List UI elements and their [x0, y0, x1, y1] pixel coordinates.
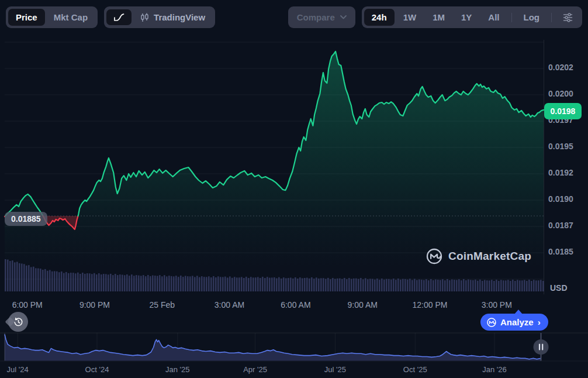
- x-axis-label: 6:00 PM: [12, 300, 43, 310]
- price-area-fill: [5, 51, 544, 268]
- compare-button[interactable]: Compare: [288, 6, 355, 28]
- x-axis-label: 9:00 PM: [79, 300, 110, 310]
- tab-mkt-cap[interactable]: Mkt Cap: [46, 9, 95, 26]
- mini-x-axis-label: Apr '25: [243, 365, 267, 374]
- mini-x-axis-label: Jan '25: [165, 365, 190, 374]
- x-axis-label: 6:00 AM: [281, 300, 310, 310]
- mini-chart[interactable]: [0, 333, 588, 361]
- x-axis-label: 3:00 PM: [482, 300, 512, 310]
- tradingview-view-button[interactable]: TradingView: [133, 9, 213, 26]
- y-axis-label: 0.0190: [548, 194, 584, 206]
- y-axis-label: 0.0192: [548, 168, 584, 180]
- range-1y[interactable]: 1Y: [454, 9, 479, 26]
- x-axis-label: 9:00 AM: [348, 300, 378, 310]
- line-chart-view-button[interactable]: [106, 9, 132, 25]
- currency-unit-label: USD: [550, 283, 568, 293]
- mini-range-handle[interactable]: [534, 333, 549, 361]
- watermark-brand-label: CoinMarketCap: [448, 250, 531, 263]
- price-chart-panel: Price Mkt Cap TradingView: [0, 0, 588, 378]
- mini-x-axis-label: Jul '25: [324, 365, 346, 374]
- y-axis-label: 0.0195: [548, 142, 584, 153]
- last-price-badge: 0.0198: [544, 103, 582, 119]
- log-scale-button[interactable]: Log: [516, 9, 548, 26]
- toolbar-right: Compare 24h 1W 1M 1Y All Log: [288, 6, 582, 28]
- chart-type-toggle: Price Mkt Cap: [6, 6, 98, 28]
- y-axis-label: 0.0185: [548, 247, 584, 259]
- divider: [511, 13, 512, 22]
- divider: [551, 13, 552, 22]
- y-axis-label: 0.0200: [548, 89, 584, 101]
- sliders-icon: [563, 13, 573, 22]
- analyze-logo-icon: [486, 317, 497, 328]
- x-axis-label: 12:00 PM: [412, 300, 447, 310]
- y-axis-label: 0.0187: [548, 221, 584, 232]
- history-clock-icon: [13, 317, 24, 328]
- tab-price[interactable]: Price: [8, 9, 45, 26]
- mini-area-fill: [5, 334, 541, 360]
- line-chart-icon: [113, 13, 124, 22]
- price-down-fill: [43, 216, 78, 229]
- toolbar-left: Price Mkt Cap TradingView: [6, 6, 215, 28]
- mini-x-axis-label: Jan '26: [482, 365, 507, 374]
- analyze-label: Analyze: [500, 317, 534, 327]
- range-toggle: 24h 1W 1M 1Y All Log: [362, 6, 582, 28]
- range-1m[interactable]: 1M: [425, 9, 452, 26]
- range-1w[interactable]: 1W: [396, 9, 424, 26]
- range-24h[interactable]: 24h: [364, 9, 395, 26]
- tooltip-pointer: [514, 310, 523, 314]
- mini-x-axis-label: Jul '24: [7, 365, 29, 374]
- chevron-down-icon: [340, 15, 347, 19]
- chart-toolbar: Price Mkt Cap TradingView: [6, 6, 582, 28]
- coinmarketcap-logo-icon: [426, 248, 443, 265]
- y-axis-label: 0.0202: [548, 63, 584, 74]
- compare-label: Compare: [297, 12, 335, 22]
- chevron-right-icon: ›: [538, 317, 541, 327]
- price-line-up: [78, 51, 544, 216]
- x-axis-label: 3:00 AM: [215, 300, 244, 310]
- chart-settings-button[interactable]: [556, 9, 580, 26]
- mini-x-axis-label: Oct '24: [85, 365, 109, 374]
- x-axis-label: 25 Feb: [149, 300, 175, 310]
- coinmarketcap-watermark: CoinMarketCap: [426, 248, 531, 265]
- range-all[interactable]: All: [480, 9, 507, 26]
- tradingview-label: TradingView: [154, 12, 205, 22]
- mini-line: [5, 334, 541, 359]
- analyze-button[interactable]: Analyze ›: [480, 314, 548, 331]
- candlestick-icon: [140, 13, 149, 22]
- price-line-down: [43, 216, 78, 229]
- mini-x-axis-label: Oct '25: [403, 365, 427, 374]
- history-reset-button[interactable]: [8, 312, 28, 332]
- chart-view-toggle: TradingView: [104, 6, 215, 28]
- open-price-badge: 0.01885: [5, 212, 47, 226]
